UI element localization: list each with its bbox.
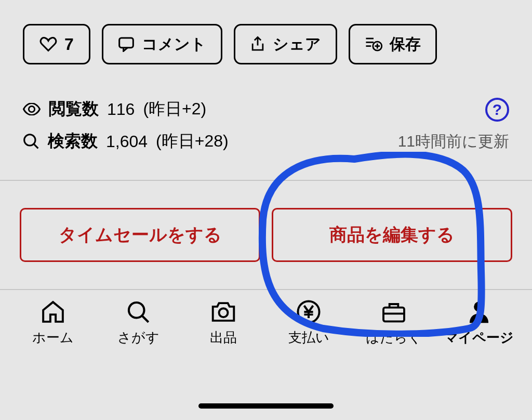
help-icon[interactable]: ? bbox=[485, 98, 509, 122]
stats-section: 閲覧数 116 (昨日+2) 検索数 1,604 (昨日+28) ? 11時間前… bbox=[0, 64, 532, 180]
nav-home[interactable]: ホーム bbox=[11, 299, 95, 347]
views-label: 閲覧数 bbox=[49, 98, 99, 121]
share-button[interactable]: シェア bbox=[234, 24, 337, 64]
eye-icon bbox=[23, 103, 41, 115]
svg-line-11 bbox=[142, 316, 149, 322]
share-icon bbox=[250, 36, 265, 52]
searches-label: 検索数 bbox=[48, 130, 98, 153]
save-icon bbox=[365, 36, 382, 52]
nav-sell[interactable]: 出品 bbox=[182, 299, 265, 347]
views-value: 116 bbox=[107, 100, 135, 119]
nav-work[interactable]: はたらく bbox=[352, 299, 435, 347]
nav-pay-label: 支払い bbox=[288, 329, 329, 347]
comment-icon bbox=[118, 36, 135, 52]
heart-icon bbox=[39, 36, 57, 52]
nav-search-label: さがす bbox=[117, 329, 159, 347]
briefcase-icon bbox=[379, 299, 408, 324]
searches-change: (昨日+28) bbox=[156, 130, 229, 153]
nav-mypage[interactable]: マイページ bbox=[437, 299, 521, 347]
comment-label: コメント bbox=[142, 34, 206, 55]
search-icon bbox=[23, 133, 39, 150]
like-button[interactable]: 7 bbox=[23, 24, 90, 64]
search-nav-icon bbox=[124, 299, 153, 324]
edit-product-button[interactable]: 商品を編集する bbox=[272, 208, 512, 262]
views-change: (昨日+2) bbox=[143, 98, 206, 121]
svg-point-8 bbox=[24, 135, 35, 146]
time-sale-button[interactable]: タイムセールをする bbox=[20, 208, 260, 262]
like-count: 7 bbox=[64, 35, 74, 54]
svg-point-12 bbox=[219, 308, 228, 317]
svg-rect-0 bbox=[119, 38, 134, 48]
comment-button[interactable]: コメント bbox=[102, 24, 222, 64]
action-buttons-row: 7 コメント シェア bbox=[0, 0, 532, 64]
person-icon bbox=[464, 299, 494, 324]
nav-sell-label: 出品 bbox=[210, 329, 237, 347]
primary-actions: タイムセールをする 商品を編集する bbox=[0, 181, 532, 289]
share-label: シェア bbox=[273, 34, 321, 55]
svg-line-9 bbox=[34, 144, 38, 148]
update-time: 11時間前に更新 bbox=[398, 131, 509, 152]
svg-point-10 bbox=[129, 303, 144, 318]
camera-icon bbox=[209, 299, 238, 324]
home-icon bbox=[38, 299, 68, 324]
views-stat: 閲覧数 116 (昨日+2) bbox=[23, 98, 509, 121]
yen-icon bbox=[294, 299, 323, 324]
home-indicator bbox=[198, 403, 334, 409]
searches-value: 1,604 bbox=[106, 132, 148, 151]
nav-mypage-label: マイページ bbox=[444, 329, 514, 347]
nav-home-label: ホーム bbox=[32, 329, 74, 347]
save-label: 保存 bbox=[390, 34, 421, 55]
nav-work-label: はたらく bbox=[366, 329, 422, 347]
nav-search[interactable]: さがす bbox=[97, 299, 180, 347]
save-button[interactable]: 保存 bbox=[349, 24, 437, 64]
svg-point-16 bbox=[474, 301, 484, 312]
bottom-nav: ホーム さがす 出品 支払い bbox=[0, 290, 532, 347]
nav-pay[interactable]: 支払い bbox=[267, 299, 350, 347]
svg-point-7 bbox=[29, 106, 34, 112]
